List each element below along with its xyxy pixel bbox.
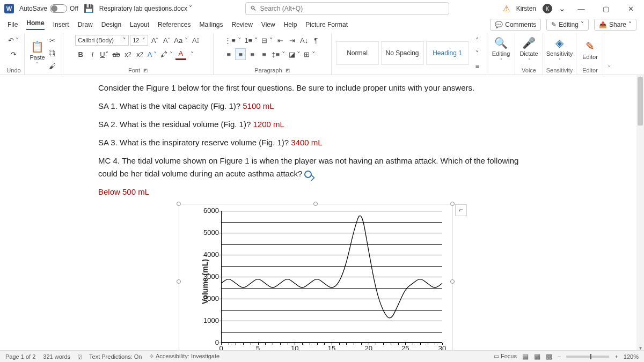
- line-spacing-icon[interactable]: ‡≡ ˅: [270, 48, 286, 60]
- underline-icon[interactable]: U ˅: [99, 48, 109, 60]
- text-effects-icon[interactable]: A ˅: [147, 48, 159, 60]
- editor-button[interactable]: ✎Editor: [577, 40, 604, 60]
- focus-mode[interactable]: ▭ Focus: [494, 353, 517, 360]
- resize-handle[interactable]: [450, 202, 455, 206]
- tab-view[interactable]: View: [261, 21, 275, 28]
- save-icon[interactable]: 💾: [84, 4, 94, 13]
- document-name[interactable]: Respiratory lab questions.docx ˅: [99, 5, 192, 12]
- question-2: SA 2. What is the residual volume (Fig. …: [98, 118, 538, 131]
- print-layout-icon[interactable]: ▦: [534, 352, 540, 360]
- word-app-icon: W: [4, 4, 14, 13]
- warning-icon[interactable]: ⚠: [503, 4, 510, 13]
- ribbon-collapse-icon[interactable]: ˅: [608, 65, 611, 72]
- share-button[interactable]: 📤 Share ˅: [594, 19, 636, 31]
- maximize-button[interactable]: ▢: [597, 5, 615, 13]
- minimize-button[interactable]: —: [572, 5, 590, 13]
- style-heading-1[interactable]: Heading 1: [426, 41, 469, 65]
- italic-icon[interactable]: I: [87, 48, 98, 60]
- change-case-icon[interactable]: Aa ˅: [173, 34, 189, 46]
- autosave-toggle[interactable]: [50, 4, 67, 13]
- tab-insert[interactable]: Insert: [53, 21, 69, 28]
- figure-1-chart[interactable]: ⌐ Volume (mL) 01000200030004000500060000…: [179, 204, 452, 350]
- comments-button[interactable]: 💬 Comments: [490, 19, 541, 31]
- tab-help[interactable]: Help: [284, 21, 297, 28]
- search-input[interactable]: 🔍︎ Search (Alt+Q): [245, 2, 449, 15]
- strike-icon[interactable]: ab: [111, 48, 122, 60]
- resize-handle[interactable]: [177, 279, 181, 284]
- style-down-icon[interactable]: ˅: [472, 47, 483, 59]
- zoom-out-icon[interactable]: −: [558, 353, 561, 360]
- multilevel-icon[interactable]: ⊟ ˅: [260, 34, 274, 46]
- undo-icon[interactable]: ↶ ˅: [7, 34, 21, 46]
- tab-layout[interactable]: Layout: [130, 21, 149, 28]
- editing-mode-button[interactable]: ✎ Editing ˅: [546, 19, 589, 31]
- spellcheck-icon[interactable]: ⍰: [78, 353, 82, 360]
- resize-handle[interactable]: [313, 202, 318, 206]
- clear-format-icon[interactable]: A⃠: [191, 34, 201, 46]
- close-button[interactable]: ✕: [621, 5, 640, 13]
- zoom-in-icon[interactable]: +: [614, 353, 618, 360]
- tab-draw[interactable]: Draw: [78, 21, 93, 28]
- bold-icon[interactable]: B: [75, 48, 86, 60]
- superscript-icon[interactable]: x2: [135, 48, 145, 60]
- paragraph-launcher-icon[interactable]: ◩: [286, 68, 290, 73]
- bullets-icon[interactable]: ⋮≡ ˅: [223, 34, 242, 46]
- cut-icon[interactable]: ✂: [47, 34, 58, 46]
- sort-icon[interactable]: A↓: [299, 34, 310, 46]
- font-size-select[interactable]: 12˅: [130, 35, 148, 46]
- ribbon-mode-icon[interactable]: ⌄: [559, 4, 566, 13]
- page-indicator[interactable]: Page 1 of 2: [5, 353, 35, 360]
- dictate-button[interactable]: 🎤Dictate˅: [516, 36, 543, 63]
- highlight-icon[interactable]: 🖍 ˅: [159, 48, 174, 60]
- font-name-select[interactable]: Calibri (Body)˅: [75, 35, 129, 46]
- paste-button[interactable]: 📋 Paste ˅: [30, 40, 45, 67]
- copy-icon[interactable]: ⿻: [47, 47, 58, 59]
- align-left-icon[interactable]: ≡: [223, 48, 234, 60]
- style-more-icon[interactable]: ≡: [472, 60, 483, 72]
- font-color-drop-icon[interactable]: ˅: [187, 48, 198, 60]
- redo-icon[interactable]: ↷: [9, 48, 19, 60]
- tab-file[interactable]: File: [8, 21, 18, 28]
- word-count[interactable]: 321 words: [43, 353, 70, 360]
- dec-indent-icon[interactable]: ⇤: [275, 34, 286, 46]
- editing-button[interactable]: 🔍Editing˅: [488, 36, 515, 63]
- tab-home[interactable]: Home: [26, 19, 44, 30]
- sensitivity-button[interactable]: ◈Sensitivity˅: [546, 36, 573, 63]
- read-mode-icon[interactable]: ▤: [522, 352, 529, 360]
- borders-icon[interactable]: ⊞ ˅: [303, 48, 317, 60]
- scroll-thumb[interactable]: [638, 77, 643, 125]
- style-no-spacing[interactable]: No Spacing: [381, 41, 424, 65]
- web-layout-icon[interactable]: ▩: [546, 352, 552, 360]
- shading-icon[interactable]: ◪ ˅: [288, 48, 302, 60]
- resize-handle[interactable]: [450, 279, 455, 284]
- tab-review[interactable]: Review: [232, 21, 253, 28]
- numbering-icon[interactable]: 1≡ ˅: [244, 34, 259, 46]
- ytick-label: 5000: [199, 227, 219, 239]
- align-center-icon[interactable]: ≡: [235, 48, 246, 60]
- intro-text: Consider the Figure 1 below for the firs…: [98, 82, 538, 94]
- zoom-slider[interactable]: [566, 356, 609, 358]
- accessibility-status[interactable]: ✧ Accessibility: Investigate: [149, 353, 219, 360]
- show-marks-icon[interactable]: ¶: [311, 34, 321, 46]
- user-avatar[interactable]: K: [543, 4, 552, 13]
- tab-picture-format[interactable]: Picture Format: [305, 21, 348, 28]
- tab-design[interactable]: Design: [101, 21, 121, 28]
- align-right-icon[interactable]: ≡: [247, 48, 258, 60]
- format-painter-icon[interactable]: 🖌: [47, 60, 58, 72]
- subscript-icon[interactable]: x2: [123, 48, 134, 60]
- style-up-icon[interactable]: ˄: [472, 34, 483, 46]
- style-normal[interactable]: Normal: [336, 41, 379, 65]
- font-launcher-icon[interactable]: ◩: [143, 68, 148, 73]
- justify-icon[interactable]: ≡: [259, 48, 269, 60]
- tab-references[interactable]: References: [158, 21, 191, 28]
- font-color-icon[interactable]: A: [175, 48, 186, 60]
- zoom-level[interactable]: 120%: [624, 353, 639, 360]
- vertical-scrollbar[interactable]: ▴ ▾: [636, 75, 644, 350]
- text-predictions[interactable]: Text Predictions: On: [89, 353, 142, 360]
- tab-mailings[interactable]: Mailings: [199, 21, 223, 28]
- grow-font-icon[interactable]: Aˆ: [149, 34, 160, 46]
- layout-options-icon[interactable]: ⌐: [455, 204, 467, 216]
- resize-handle[interactable]: [177, 202, 181, 206]
- inc-indent-icon[interactable]: ⇥: [287, 34, 298, 46]
- shrink-font-icon[interactable]: Aˇ: [161, 34, 172, 46]
